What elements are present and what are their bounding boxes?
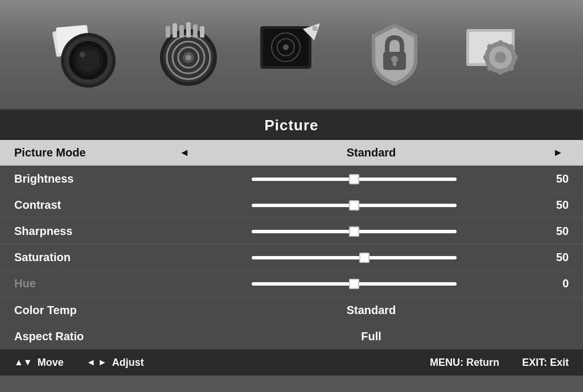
menu-title: Picture: [0, 111, 583, 140]
signal-icon: [257, 20, 326, 89]
menu-return-label: MENU: Return: [430, 357, 499, 369]
nav-icon-audio[interactable]: [146, 9, 231, 100]
sharpness-label: Sharpness: [14, 225, 174, 238]
contrast-control: [174, 204, 535, 207]
adjust-label: Adjust: [112, 357, 144, 369]
picture-mode-value: Standard: [195, 146, 547, 159]
nav-icon-picture[interactable]: [43, 9, 128, 100]
saturation-control: [174, 256, 535, 259]
svg-rect-30: [393, 60, 396, 66]
aspect-ratio-value: Full: [174, 330, 569, 343]
color-temp-label: Color Temp: [14, 304, 174, 317]
hue-control: [174, 282, 535, 286]
svg-rect-15: [166, 26, 170, 38]
contrast-slider-thumb[interactable]: [349, 200, 359, 211]
picture-mode-right-arrow[interactable]: ►: [547, 147, 569, 159]
svg-point-35: [495, 52, 506, 63]
brightness-label: Brightness: [14, 172, 174, 185]
audio-icon: [154, 20, 223, 89]
picture-mode-row[interactable]: Picture Mode ◄ Standard ►: [0, 140, 583, 166]
hue-slider-track[interactable]: [252, 282, 457, 286]
svg-point-7: [80, 52, 85, 57]
sharpness-row[interactable]: Sharpness 50: [0, 218, 583, 245]
hue-row[interactable]: Hue 0: [0, 271, 583, 297]
contrast-row[interactable]: Contrast 50: [0, 192, 583, 218]
hue-slider-thumb[interactable]: [349, 279, 359, 289]
svg-point-14: [186, 55, 191, 60]
hue-label: Hue: [14, 277, 174, 290]
lock-icon: [360, 20, 429, 89]
nav-icon-lock[interactable]: [352, 9, 437, 100]
sharpness-value: 50: [535, 225, 569, 238]
contrast-label: Contrast: [14, 199, 174, 212]
brightness-value: 50: [535, 172, 569, 185]
move-label: Move: [38, 357, 64, 369]
nav-icon-signal[interactable]: [249, 9, 334, 100]
svg-rect-17: [179, 25, 184, 38]
picture-mode-left-arrow[interactable]: ◄: [174, 147, 195, 159]
svg-point-6: [77, 49, 100, 72]
move-hint: ▲▼ Move: [14, 357, 64, 369]
picture-mode-label: Picture Mode: [14, 146, 174, 159]
svg-point-25: [283, 44, 289, 50]
contrast-value: 50: [535, 199, 569, 212]
bottom-right-hints: MENU: Return EXIT: Exit: [430, 357, 569, 369]
svg-rect-16: [173, 23, 177, 38]
color-temp-value: Standard: [174, 304, 569, 317]
sharpness-control: [174, 230, 535, 233]
icon-bar: [0, 0, 583, 111]
bottom-bar: ▲▼ Move ◄ ► Adjust MENU: Return EXIT: Ex…: [0, 349, 583, 376]
svg-rect-38: [483, 55, 489, 60]
nav-icon-settings[interactable]: [455, 9, 540, 100]
settings-icon: [463, 20, 532, 89]
aspect-ratio-label: Aspect Ratio: [14, 330, 174, 343]
svg-rect-20: [200, 26, 204, 38]
camera-icon: [51, 20, 120, 89]
svg-rect-37: [498, 69, 503, 75]
svg-rect-19: [193, 24, 198, 38]
color-temp-control: Standard: [174, 304, 569, 317]
svg-rect-18: [186, 22, 191, 38]
saturation-value: 50: [535, 251, 569, 264]
left-right-arrows-icon: ◄ ►: [87, 357, 107, 368]
up-down-arrows-icon: ▲▼: [14, 357, 32, 368]
saturation-row[interactable]: Saturation 50: [0, 245, 583, 271]
picture-mode-control[interactable]: ◄ Standard ►: [174, 146, 569, 159]
saturation-slider-track[interactable]: [252, 256, 457, 259]
svg-rect-39: [512, 55, 518, 60]
exit-label: EXIT: Exit: [522, 357, 569, 369]
aspect-ratio-row[interactable]: Aspect Ratio Full: [0, 323, 583, 349]
menu-panel: Picture Picture Mode ◄ Standard ► Bright…: [0, 111, 583, 376]
saturation-label: Saturation: [14, 251, 174, 264]
hue-value: 0: [535, 277, 569, 290]
adjust-hint: ◄ ► Adjust: [87, 357, 144, 369]
saturation-slider-thumb[interactable]: [359, 253, 369, 263]
sharpness-slider-thumb[interactable]: [349, 226, 359, 237]
menu-rows: Picture Mode ◄ Standard ► Brightness 50 …: [0, 140, 583, 349]
brightness-row[interactable]: Brightness 50: [0, 166, 583, 192]
brightness-slider-track[interactable]: [252, 178, 457, 181]
color-temp-row[interactable]: Color Temp Standard: [0, 297, 583, 323]
svg-rect-27: [313, 26, 317, 31]
brightness-control: [174, 178, 535, 181]
sharpness-slider-track[interactable]: [252, 230, 457, 233]
contrast-slider-track[interactable]: [252, 204, 457, 207]
aspect-ratio-control: Full: [174, 330, 569, 343]
brightness-slider-thumb[interactable]: [349, 174, 359, 184]
svg-rect-36: [498, 40, 503, 46]
